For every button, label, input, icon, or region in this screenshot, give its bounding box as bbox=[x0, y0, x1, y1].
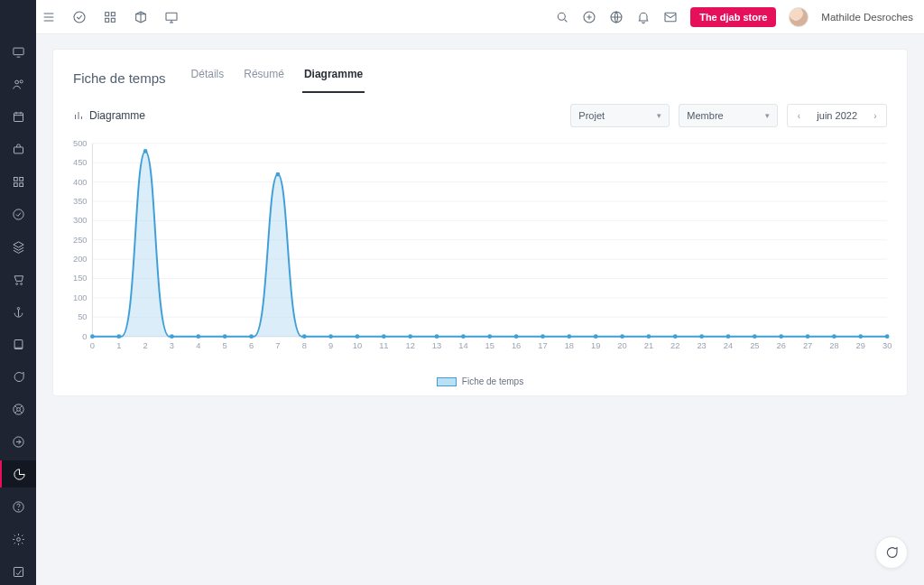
prev-month-button[interactable]: ‹ bbox=[788, 105, 809, 126]
search-icon[interactable] bbox=[555, 10, 569, 24]
svg-rect-16 bbox=[19, 177, 23, 181]
svg-point-12 bbox=[20, 79, 23, 82]
user-name: Mathilde Desroches bbox=[821, 12, 913, 23]
svg-text:150: 150 bbox=[73, 274, 88, 283]
svg-text:27: 27 bbox=[803, 341, 812, 350]
apps-grid-icon[interactable] bbox=[103, 10, 117, 24]
page-title: Fiche de temps bbox=[73, 70, 166, 86]
svg-text:4: 4 bbox=[196, 341, 200, 350]
svg-point-101 bbox=[699, 334, 704, 339]
svg-point-75 bbox=[356, 334, 360, 339]
globe-icon[interactable] bbox=[609, 10, 624, 24]
chevron-down-icon: ▾ bbox=[765, 111, 770, 120]
svg-text:450: 450 bbox=[73, 158, 88, 167]
svg-point-19 bbox=[13, 209, 23, 218]
chat-fab[interactable] bbox=[875, 536, 908, 569]
svg-point-57 bbox=[116, 334, 121, 339]
svg-point-67 bbox=[249, 334, 254, 339]
svg-text:15: 15 bbox=[485, 341, 494, 350]
sidebar-item-layers[interactable] bbox=[0, 233, 36, 260]
svg-point-59 bbox=[143, 149, 148, 153]
bar-chart-icon bbox=[73, 110, 84, 121]
svg-text:0: 0 bbox=[90, 341, 95, 350]
sidebar-item-help[interactable] bbox=[0, 493, 36, 520]
svg-text:10: 10 bbox=[353, 341, 362, 350]
section-label: Diagramme bbox=[89, 109, 145, 122]
plus-circle-icon[interactable] bbox=[582, 10, 596, 24]
sidebar-item-edit[interactable] bbox=[0, 558, 36, 585]
svg-text:25: 25 bbox=[750, 341, 759, 350]
svg-rect-9 bbox=[665, 13, 676, 21]
menu-icon[interactable] bbox=[42, 10, 56, 24]
chart: 0501001502002503003504004505000123456789… bbox=[64, 136, 896, 362]
svg-text:9: 9 bbox=[328, 341, 333, 350]
svg-point-0 bbox=[74, 12, 85, 23]
sidebar-item-chat[interactable] bbox=[0, 363, 36, 390]
member-dropdown[interactable]: Membre ▾ bbox=[679, 104, 778, 127]
svg-text:16: 16 bbox=[512, 341, 521, 350]
svg-point-63 bbox=[196, 334, 200, 339]
svg-text:350: 350 bbox=[73, 197, 88, 206]
sidebar-item-logout[interactable] bbox=[0, 428, 36, 455]
svg-text:19: 19 bbox=[591, 341, 600, 350]
legend-swatch bbox=[437, 377, 457, 386]
sidebar-item-users[interactable] bbox=[0, 70, 36, 98]
svg-point-93 bbox=[594, 334, 598, 339]
tabs: Détails Résumé Diagramme bbox=[189, 62, 365, 93]
next-month-button[interactable]: › bbox=[864, 105, 886, 126]
svg-point-113 bbox=[858, 334, 863, 339]
sidebar-item-dashboard[interactable] bbox=[0, 38, 36, 65]
section-header: Diagramme Projet ▾ Membre ▾ ‹ juin 2022 … bbox=[53, 93, 907, 133]
tab-diagram[interactable]: Diagramme bbox=[302, 62, 365, 93]
svg-point-20 bbox=[15, 283, 17, 284]
svg-point-11 bbox=[14, 80, 18, 84]
sidebar-item-tasks[interactable] bbox=[0, 200, 36, 228]
svg-point-6 bbox=[559, 13, 566, 20]
svg-rect-13 bbox=[14, 113, 23, 121]
mail-icon[interactable] bbox=[663, 10, 678, 24]
sidebar-item-calendar[interactable] bbox=[0, 103, 36, 130]
bell-icon[interactable] bbox=[636, 10, 651, 24]
sidebar-item-grid[interactable] bbox=[0, 168, 36, 195]
sidebar-item-settings[interactable] bbox=[0, 525, 36, 552]
svg-text:5: 5 bbox=[223, 341, 227, 350]
svg-point-29 bbox=[16, 537, 20, 541]
svg-text:22: 22 bbox=[670, 341, 679, 350]
svg-text:250: 250 bbox=[73, 236, 88, 245]
topbar-left bbox=[42, 10, 179, 24]
svg-point-61 bbox=[170, 334, 174, 339]
svg-point-21 bbox=[20, 283, 22, 284]
svg-text:11: 11 bbox=[379, 341, 388, 350]
svg-rect-17 bbox=[14, 182, 17, 186]
sidebar-item-anchor[interactable] bbox=[0, 298, 36, 325]
sidebar-item-book[interactable] bbox=[0, 330, 36, 358]
sidebar-item-cart[interactable] bbox=[0, 265, 36, 292]
monitor-icon[interactable] bbox=[164, 10, 179, 24]
svg-point-115 bbox=[885, 334, 890, 339]
svg-text:2: 2 bbox=[143, 341, 148, 350]
avatar[interactable] bbox=[789, 7, 808, 27]
svg-text:7: 7 bbox=[275, 341, 280, 350]
sidebar-item-briefcase[interactable] bbox=[0, 135, 36, 162]
member-dropdown-label: Membre bbox=[687, 110, 723, 121]
svg-text:13: 13 bbox=[432, 341, 441, 350]
chart-svg: 0501001502002503003504004505000123456789… bbox=[64, 136, 896, 358]
svg-point-105 bbox=[753, 334, 757, 339]
month-label: juin 2022 bbox=[809, 110, 864, 121]
sidebar-item-reports[interactable] bbox=[0, 460, 36, 488]
svg-text:12: 12 bbox=[406, 341, 415, 350]
check-circle-icon[interactable] bbox=[72, 10, 87, 24]
tab-summary[interactable]: Résumé bbox=[242, 62, 286, 93]
sidebar-item-support[interactable] bbox=[0, 395, 36, 422]
main-card: Fiche de temps Détails Résumé Diagramme … bbox=[52, 49, 908, 396]
chart-legend: Fiche de temps bbox=[53, 376, 907, 395]
month-navigator: ‹ juin 2022 › bbox=[787, 104, 887, 127]
svg-point-77 bbox=[382, 334, 386, 339]
svg-rect-3 bbox=[106, 18, 109, 22]
tab-details[interactable]: Détails bbox=[189, 62, 226, 93]
svg-rect-30 bbox=[14, 567, 23, 576]
svg-rect-18 bbox=[19, 182, 23, 186]
project-dropdown[interactable]: Projet ▾ bbox=[570, 104, 670, 127]
store-button[interactable]: The djab store bbox=[690, 7, 776, 27]
package-icon[interactable] bbox=[134, 10, 148, 24]
